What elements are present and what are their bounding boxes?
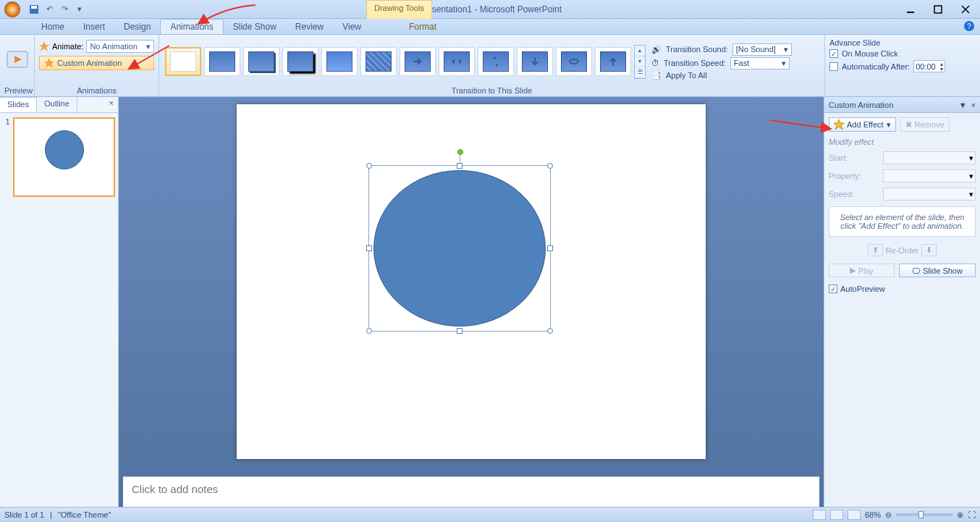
view-normal-button[interactable]	[813, 510, 826, 520]
transition-item[interactable]	[321, 47, 358, 76]
maximize-button[interactable]	[928, 3, 948, 16]
transition-item[interactable]	[282, 47, 318, 76]
preview-button[interactable]	[6, 50, 29, 75]
qat-dropdown-icon[interactable]: ▾	[73, 3, 86, 16]
autoafter-label: Automatically After:	[842, 62, 910, 71]
group-advance-slide: Advance Slide ✓On Mouse Click Automatica…	[825, 35, 980, 96]
svg-rect-2	[31, 6, 37, 9]
thumb-circle-shape	[45, 130, 84, 169]
add-effect-button[interactable]: Add Effect▾	[829, 117, 896, 132]
animate-dropdown[interactable]: No Animation▾	[86, 40, 154, 53]
move-up-button: ⬆	[868, 244, 883, 256]
redo-icon[interactable]: ↷	[58, 3, 71, 16]
ribbon: Preview Animate: No Animation▾ Custom An…	[0, 35, 980, 97]
group-animations-label: Animations	[39, 86, 154, 95]
tab-format[interactable]: Format	[400, 20, 446, 34]
property-label: Property:	[829, 172, 861, 180]
apply-icon: 📑	[651, 71, 662, 80]
tab-view[interactable]: View	[333, 20, 371, 34]
resize-handle[interactable]	[547, 328, 553, 334]
transition-item[interactable]	[243, 47, 279, 76]
reorder-controls: ⬆ Re-Order ⬇	[829, 244, 976, 256]
resize-handle[interactable]	[366, 163, 372, 169]
taskpane-menu-icon[interactable]: ▼	[959, 101, 967, 109]
help-icon[interactable]: ?	[964, 21, 974, 31]
editor-area: Click to add notes	[119, 97, 824, 507]
transition-item[interactable]	[204, 47, 240, 76]
notes-pane[interactable]: Click to add notes	[123, 476, 819, 507]
resize-handle[interactable]	[547, 245, 553, 251]
transition-item[interactable]	[556, 47, 592, 76]
undo-icon[interactable]: ↶	[43, 3, 56, 16]
tab-insert[interactable]: Insert	[74, 20, 114, 34]
star-icon	[834, 119, 844, 130]
speed-icon: ⏱	[651, 59, 659, 67]
svg-marker-10	[44, 58, 54, 68]
transition-item[interactable]	[439, 47, 475, 76]
status-bar: Slide 1 of 1 | "Office Theme" 68% ⊖ ⊕ ⛶	[0, 507, 980, 522]
taskpane-close-icon[interactable]: ×	[971, 101, 976, 109]
tab-animations[interactable]: Animations	[160, 19, 223, 34]
close-button[interactable]	[955, 3, 976, 16]
tab-outline[interactable]: Outline	[37, 97, 77, 112]
panel-close-icon[interactable]: ×	[105, 97, 118, 112]
tab-design[interactable]: Design	[114, 20, 160, 34]
animate-label: Animate:	[52, 42, 83, 51]
title-bar: ↶ ↷ ▾ Presentation1 - Microsoft PowerPoi…	[0, 0, 980, 19]
zoom-in-button[interactable]: ⊕	[957, 510, 963, 520]
onclick-checkbox[interactable]: ✓	[829, 49, 838, 58]
zoom-out-button[interactable]: ⊖	[885, 510, 892, 520]
save-icon[interactable]	[28, 3, 41, 16]
autoafter-checkbox[interactable]	[829, 62, 838, 71]
rotation-handle[interactable]	[457, 149, 463, 155]
view-sorter-button[interactable]	[830, 510, 843, 520]
transition-none[interactable]	[165, 47, 201, 76]
transition-item[interactable]	[595, 47, 631, 76]
resize-handle[interactable]	[366, 245, 372, 251]
status-slide: Slide 1 of 1	[4, 510, 44, 519]
apply-to-all-button[interactable]: 📑Apply To All	[651, 71, 792, 80]
onclick-label: On Mouse Click	[842, 49, 898, 58]
gallery-scroll[interactable]: ▴▾☰	[634, 45, 646, 79]
autopreview-label: AutoPreview	[840, 285, 885, 293]
svg-rect-4	[934, 6, 942, 13]
remove-icon: ✖	[905, 120, 912, 130]
trans-speed-dropdown[interactable]: Fast▾	[730, 57, 790, 70]
custom-animation-button[interactable]: Custom Animation	[39, 56, 154, 70]
trans-sound-dropdown[interactable]: [No Sound]▾	[732, 43, 792, 56]
group-preview-label: Preview	[4, 86, 30, 95]
minimize-button[interactable]	[900, 3, 921, 16]
quick-access-toolbar: ↶ ↷ ▾	[25, 3, 89, 16]
tab-review[interactable]: Review	[286, 20, 333, 34]
transition-item[interactable]	[517, 47, 553, 76]
modify-effect-label: Modify effect	[829, 138, 976, 146]
slideshow-button[interactable]: 🖵 Slide Show	[899, 264, 976, 277]
tab-slides[interactable]: Slides	[0, 97, 37, 112]
zoom-percent[interactable]: 68%	[865, 510, 881, 519]
anim-icon	[39, 41, 49, 51]
resize-handle[interactable]	[547, 163, 553, 169]
custom-anim-icon	[44, 58, 54, 68]
transition-item[interactable]	[360, 47, 397, 76]
start-dropdown: ▾	[883, 151, 976, 164]
fit-button[interactable]: ⛶	[968, 510, 976, 519]
transition-item[interactable]	[478, 47, 514, 76]
oval-shape[interactable]	[373, 170, 546, 327]
tab-home[interactable]: Home	[32, 20, 74, 34]
view-slideshow-button[interactable]	[848, 510, 861, 520]
resize-handle[interactable]	[366, 328, 372, 334]
resize-handle[interactable]	[457, 163, 462, 169]
autoafter-time[interactable]: 00:00▴▾	[913, 60, 945, 72]
slide-number: 1	[3, 117, 10, 126]
slide-canvas[interactable]	[237, 104, 706, 459]
autopreview-checkbox[interactable]: ✓	[829, 285, 837, 293]
office-button[interactable]	[0, 0, 25, 19]
transition-item[interactable]	[400, 47, 436, 76]
slide-thumbnail[interactable]	[13, 117, 115, 197]
group-transition-label: Transition to This Slide	[164, 86, 820, 95]
shape-selection[interactable]	[368, 165, 551, 332]
tab-slideshow[interactable]: Slide Show	[224, 20, 286, 34]
move-down-button: ⬇	[921, 244, 937, 256]
resize-handle[interactable]	[457, 328, 462, 334]
zoom-slider[interactable]	[896, 513, 952, 516]
